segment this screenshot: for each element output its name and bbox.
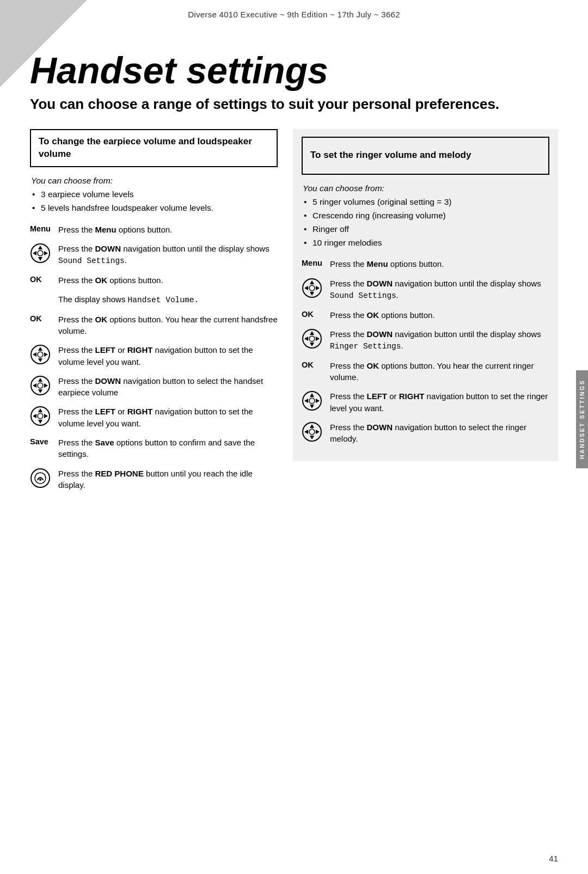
svg-marker-19: [38, 408, 42, 412]
header-text: Diverse 4010 Executive ~ 9th Edition ~ 1…: [188, 10, 400, 19]
nav-icon-wrap: [30, 406, 58, 426]
nav-icon-wrap: [302, 390, 330, 411]
left-you-can-choose: You can choose from:: [30, 176, 278, 186]
svg-marker-28: [310, 280, 314, 284]
left-display-shows: The display shows Handset Volume.: [30, 294, 278, 306]
nav-icon-wrap: [30, 344, 58, 365]
step-text: Press the RED PHONE button until you rea…: [58, 468, 278, 491]
left-step-save: Save Press the Save options button to co…: [30, 437, 278, 460]
svg-marker-40: [310, 393, 314, 397]
step-text: Press the Save options button to confirm…: [58, 437, 278, 460]
key-ok-label: OK: [302, 360, 330, 369]
svg-marker-22: [44, 414, 48, 418]
step-text: Press the Menu options button.: [330, 258, 549, 270]
left-step-nav2: Press the LEFT or RIGHT navigation butto…: [30, 344, 278, 368]
svg-marker-14: [38, 389, 42, 393]
nav-icon-wrap: [30, 375, 58, 396]
side-tab-container: HANDSET SETTINGS: [576, 370, 588, 468]
svg-point-17: [38, 383, 43, 388]
svg-marker-29: [310, 292, 314, 296]
svg-point-5: [38, 250, 43, 256]
step-text: Press the LEFT or RIGHT navigation butto…: [330, 390, 549, 414]
list-item: Crescendo ring (increasing volume): [304, 210, 549, 222]
svg-marker-31: [316, 286, 320, 290]
step-text: Press the DOWN navigation button until t…: [58, 243, 278, 267]
left-step-ok1: OK Press the OK options button.: [30, 274, 278, 286]
svg-point-32: [309, 285, 315, 291]
svg-marker-2: [38, 257, 42, 261]
svg-marker-1: [38, 246, 42, 249]
svg-marker-20: [38, 420, 42, 424]
left-step-nav3: Press the DOWN navigation button to sele…: [30, 375, 278, 399]
right-step-nav4: Press the DOWN navigation button to sele…: [302, 421, 549, 445]
nav-cross-icon: [30, 406, 51, 426]
step-text: Press the DOWN navigation button until t…: [330, 278, 549, 302]
step-text: Press the OK options button. You hear th…: [58, 314, 278, 337]
svg-marker-13: [38, 378, 42, 382]
right-step-nav3: Press the LEFT or RIGHT navigation butto…: [302, 390, 549, 414]
key-ok-label: OK: [30, 274, 58, 284]
svg-marker-37: [316, 337, 320, 341]
svg-point-38: [309, 336, 315, 341]
list-item: 5 ringer volumes (original setting = 3): [304, 197, 549, 208]
nav-cross-icon: [302, 390, 322, 411]
svg-marker-7: [38, 347, 42, 351]
key-menu-label: Menu: [30, 224, 58, 233]
svg-marker-10: [44, 352, 48, 357]
right-step-nav1: Press the DOWN navigation button until t…: [302, 278, 549, 302]
left-step-nav1: Press the DOWN navigation button until t…: [30, 243, 278, 267]
svg-marker-35: [310, 343, 314, 346]
svg-marker-9: [33, 352, 36, 357]
nav-cross-icon: [302, 278, 322, 298]
left-column: To change the earpiece volume and loudsp…: [30, 129, 278, 498]
right-column: To set the ringer volume and melody You …: [293, 129, 558, 461]
page-title: Handset settings: [30, 19, 558, 95]
right-step-nav2: Press the DOWN navigation button until t…: [302, 328, 549, 352]
right-step-ok2: OK Press the OK options button. You hear…: [302, 360, 549, 383]
key-menu-label: Menu: [302, 258, 330, 267]
page-subtitle: You can choose a range of settings to su…: [30, 95, 558, 114]
svg-marker-3: [33, 251, 36, 255]
right-step-ok1: OK Press the OK options button.: [302, 309, 549, 321]
key-save-label: Save: [30, 437, 58, 446]
step-text: The display shows Handset Volume.: [58, 294, 278, 306]
red-phone-icon: [30, 468, 51, 488]
nav-cross-icon: [30, 243, 51, 264]
page-number: 41: [549, 854, 558, 863]
svg-marker-34: [310, 331, 314, 335]
left-step-ok2: OK Press the OK options button. You hear…: [30, 314, 278, 337]
svg-point-23: [38, 413, 43, 419]
svg-marker-8: [38, 358, 42, 362]
step-text: Press the LEFT or RIGHT navigation butto…: [58, 344, 278, 368]
key-ok-label: OK: [30, 314, 58, 323]
list-item: 3 earpiece volume levels: [32, 189, 278, 200]
step-text: Press the DOWN navigation button to sele…: [58, 375, 278, 399]
svg-marker-21: [33, 414, 36, 418]
two-column-layout: To change the earpiece volume and loudsp…: [30, 129, 558, 498]
svg-marker-47: [310, 436, 314, 439]
list-item: 10 ringer melodies: [304, 237, 549, 249]
nav-cross-icon: [302, 328, 322, 349]
svg-point-26: [39, 479, 41, 481]
nav-icon-wrap: [30, 243, 58, 264]
step-text: Press the LEFT or RIGHT navigation butto…: [58, 406, 278, 429]
svg-marker-36: [304, 337, 308, 341]
step-text: Press the Menu options button.: [58, 224, 278, 235]
right-step-menu: Menu Press the Menu options button.: [302, 258, 549, 270]
svg-point-50: [309, 429, 315, 435]
step-text: Press the OK options button. You hear th…: [330, 360, 549, 383]
step-text: Press the OK options button.: [330, 309, 549, 321]
key-ok-label: OK: [302, 309, 330, 319]
svg-marker-30: [304, 286, 308, 290]
nav-icon-wrap: [302, 278, 330, 298]
svg-point-44: [309, 398, 315, 404]
nav-cross-icon: [30, 344, 51, 365]
page-header: Diverse 4010 Executive ~ 9th Edition ~ 1…: [0, 0, 588, 19]
svg-marker-49: [316, 430, 320, 434]
left-section-header: To change the earpiece volume and loudsp…: [30, 129, 278, 167]
side-tab-label: HANDSET SETTINGS: [576, 370, 588, 468]
right-bullet-list: 5 ringer volumes (original setting = 3) …: [302, 197, 549, 249]
left-step-phone: Press the RED PHONE button until you rea…: [30, 468, 278, 491]
nav-icon-wrap: [302, 421, 330, 442]
svg-marker-46: [310, 424, 314, 428]
